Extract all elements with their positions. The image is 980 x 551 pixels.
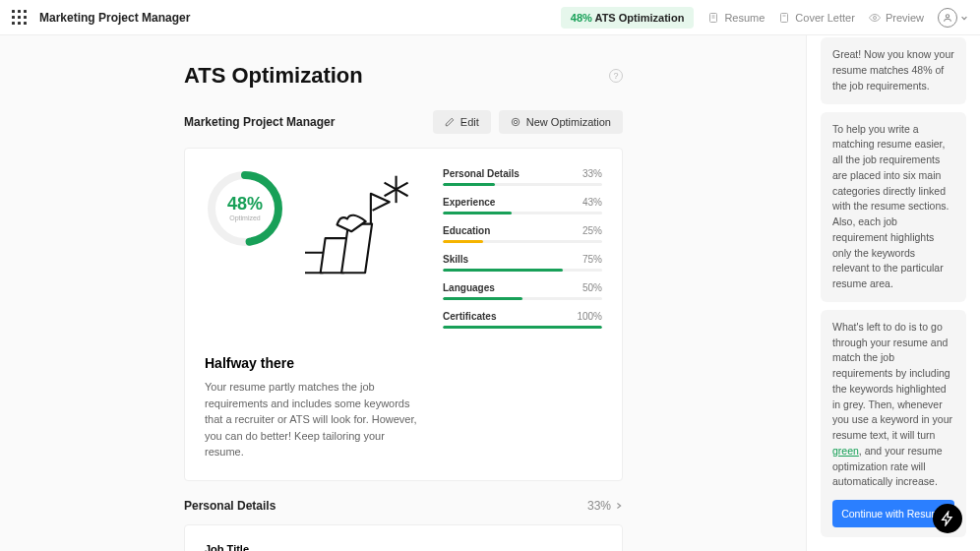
progress-bar-item: Skills75% bbox=[443, 254, 602, 272]
section-personal-details[interactable]: Personal Details 33% bbox=[184, 499, 623, 513]
edit-button[interactable]: Edit bbox=[433, 110, 491, 134]
progress-bar-item: Experience43% bbox=[443, 197, 602, 214]
score-title: Halfway there bbox=[205, 355, 602, 371]
svg-point-7 bbox=[512, 118, 520, 126]
job-name: Marketing Project Manager bbox=[184, 115, 335, 129]
svg-line-16 bbox=[385, 183, 397, 190]
user-menu[interactable] bbox=[938, 8, 968, 28]
header-left: Marketing Project Manager bbox=[12, 10, 190, 26]
progress-bar-item: Languages50% bbox=[443, 282, 602, 300]
page-title: ATS Optimization bbox=[184, 63, 363, 89]
ats-badge[interactable]: 48% ATS Optimization bbox=[561, 7, 695, 29]
chevron-down-icon bbox=[960, 14, 968, 22]
nav-preview[interactable]: Preview bbox=[869, 12, 924, 24]
svg-rect-13 bbox=[341, 224, 372, 274]
illustration bbox=[305, 168, 423, 286]
svg-line-18 bbox=[397, 189, 408, 196]
header-right: 48% ATS Optimization Resume Cover Letter… bbox=[561, 7, 968, 29]
target-icon bbox=[511, 117, 521, 127]
progress-bars: Personal Details33%Experience43%Educatio… bbox=[443, 168, 602, 339]
nav-cover-letter[interactable]: Cover Letter bbox=[778, 12, 855, 24]
progress-bar-item: Certificates100% bbox=[443, 311, 602, 329]
svg-line-19 bbox=[385, 189, 397, 196]
top-header: Marketing Project Manager 48% ATS Optimi… bbox=[0, 0, 980, 35]
user-icon bbox=[938, 8, 957, 28]
chat-msg-1: Great! Now you know your resume matches … bbox=[821, 37, 966, 103]
nav-resume[interactable]: Resume bbox=[707, 12, 765, 24]
svg-point-5 bbox=[873, 16, 876, 19]
help-icon[interactable]: ? bbox=[609, 69, 623, 83]
pencil-icon bbox=[445, 117, 455, 127]
chat-sidebar: Great! Now you know your resume matches … bbox=[807, 35, 980, 551]
main-content: ATS Optimization ? Marketing Project Man… bbox=[0, 35, 807, 551]
svg-line-15 bbox=[397, 183, 408, 190]
score-card: 48%Optimized bbox=[184, 148, 623, 481]
doc-title: Marketing Project Manager bbox=[39, 11, 190, 25]
progress-bar-item: Education25% bbox=[443, 225, 602, 243]
help-fab[interactable] bbox=[933, 504, 962, 533]
score-circle: 48%Optimized bbox=[205, 168, 285, 249]
chevron-right-icon bbox=[615, 502, 623, 510]
progress-bar-item: Personal Details33% bbox=[443, 168, 602, 186]
toolbar: Marketing Project Manager Edit New Optim… bbox=[184, 110, 623, 134]
svg-rect-3 bbox=[781, 13, 788, 22]
new-optimization-button[interactable]: New Optimization bbox=[499, 110, 623, 134]
lightning-icon bbox=[940, 511, 955, 526]
job-title-card: Job Title Marketing Project Manager ✓ bbox=[184, 524, 623, 552]
svg-point-6 bbox=[946, 14, 949, 17]
svg-point-8 bbox=[514, 120, 517, 123]
chat-msg-2: To help you write a matching resume easi… bbox=[821, 112, 966, 302]
job-title-label: Job Title bbox=[205, 543, 602, 552]
apps-icon[interactable] bbox=[12, 10, 28, 26]
score-desc: Your resume partly matches the job requi… bbox=[205, 379, 421, 460]
